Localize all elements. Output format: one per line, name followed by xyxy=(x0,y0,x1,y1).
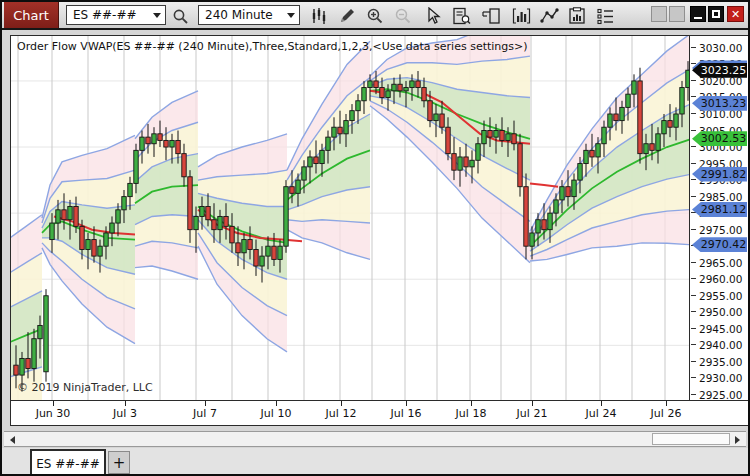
window-type-label: Chart xyxy=(4,2,59,28)
horizontal-scrollbar xyxy=(4,431,746,447)
maximize-icon xyxy=(712,10,720,18)
strategies-icon xyxy=(540,7,559,25)
time-label: Jul 24 xyxy=(586,407,617,420)
data-box-icon xyxy=(452,7,471,25)
time-tick xyxy=(341,401,342,406)
market-analyzer-button[interactable] xyxy=(566,6,588,26)
arrow-left-icon xyxy=(10,436,15,444)
price-tick: 2925.00 xyxy=(691,389,748,400)
instrument-value: ES ##-## xyxy=(73,8,137,22)
instrument-search-button[interactable] xyxy=(169,6,191,26)
strategies-button[interactable] xyxy=(538,6,560,26)
time-tick xyxy=(666,401,667,406)
pencil-icon xyxy=(338,7,356,25)
time-label: Jul 21 xyxy=(517,407,548,420)
indicators-icon xyxy=(512,7,531,25)
close-icon: ✕ xyxy=(731,8,740,21)
toolbar-blank-button-2[interactable] xyxy=(669,6,685,22)
search-icon xyxy=(172,8,189,25)
minimize-icon xyxy=(694,17,702,19)
time-tick xyxy=(532,401,533,406)
chart-window: Chart ES ##-## 240 Minute xyxy=(0,0,750,476)
time-tick xyxy=(205,401,206,406)
price-marker-band-2: 2981.12 xyxy=(692,202,747,217)
chart-plot-area[interactable]: Order Flow VWAP(ES ##-## (240 Minute),Th… xyxy=(11,36,690,400)
time-label: Jul 18 xyxy=(456,407,487,420)
scrollbar-thumb[interactable] xyxy=(652,433,730,445)
time-label: Jul 26 xyxy=(651,407,682,420)
time-tick xyxy=(53,401,54,406)
time-label: Jul 12 xyxy=(326,407,357,420)
maximize-button[interactable] xyxy=(708,6,724,22)
minimize-button[interactable] xyxy=(690,6,706,22)
drawing-tools-button[interactable] xyxy=(336,6,358,26)
candlestick-chart xyxy=(11,36,690,400)
cursor-icon xyxy=(425,7,441,25)
interval-selector[interactable]: 240 Minute xyxy=(198,5,300,25)
price-tick: 2960.00 xyxy=(691,273,748,285)
tab-strip: ES ##-## + xyxy=(2,448,748,476)
time-label: Jul 10 xyxy=(261,407,292,420)
time-tick xyxy=(471,401,472,406)
time-label: Jul 7 xyxy=(193,407,217,420)
chevron-down-icon xyxy=(153,13,161,18)
time-label: Jul 16 xyxy=(391,407,422,420)
price-tick: 2975.00 xyxy=(691,224,748,236)
chart-panel-button[interactable] xyxy=(480,6,502,26)
time-label: Jul 3 xyxy=(113,407,137,420)
price-tick: 2940.00 xyxy=(691,339,748,351)
time-tick xyxy=(406,401,407,406)
instrument-selector[interactable]: ES ##-## xyxy=(66,5,166,25)
chart-panel-icon xyxy=(482,7,501,25)
copyright-text: © 2019 NinjaTrader, LLC xyxy=(17,381,153,394)
price-axis[interactable]: 2925.002930.002935.002940.002945.002950.… xyxy=(691,36,748,400)
data-box-button[interactable] xyxy=(450,6,472,26)
chart-panel: Order Flow VWAP(ES ##-## (240 Minute),Th… xyxy=(10,35,748,426)
price-tick: 2955.00 xyxy=(691,290,748,302)
time-axis[interactable]: Jun 30Jul 3Jul 7Jul 10Jul 12Jul 16Jul 18… xyxy=(11,400,749,425)
properties-button[interactable] xyxy=(594,6,616,26)
indicators-button[interactable] xyxy=(510,6,532,26)
chart-style-button[interactable] xyxy=(308,6,330,26)
price-marker-vwap: 3002.53 xyxy=(692,131,747,146)
chevron-down-icon xyxy=(287,13,295,18)
price-tick: 2930.00 xyxy=(691,372,748,384)
arrow-right-icon xyxy=(735,436,740,444)
add-tab-button[interactable]: + xyxy=(108,451,130,474)
time-tick xyxy=(125,401,126,406)
time-tick xyxy=(601,401,602,406)
title-bar: Chart ES ##-## 240 Minute xyxy=(2,2,748,30)
zoom-out-icon xyxy=(394,7,412,25)
scroll-left-button[interactable] xyxy=(6,433,19,446)
price-tick: 2985.00 xyxy=(691,191,748,203)
tab-es[interactable]: ES ##-## xyxy=(30,449,106,476)
market-analyzer-icon xyxy=(568,7,586,25)
price-tick: 2950.00 xyxy=(691,306,748,318)
price-marker-band-1: 2991.82 xyxy=(692,167,747,182)
price-tick: 2935.00 xyxy=(691,356,748,368)
price-tick: 2965.00 xyxy=(691,257,748,269)
cursor-button[interactable] xyxy=(422,6,444,26)
indicator-label: Order Flow VWAP(ES ##-## (240 Minute),Th… xyxy=(17,40,528,53)
time-label: Jun 30 xyxy=(36,407,71,420)
price-marker-last-price: 3023.25 xyxy=(692,63,747,78)
zoom-in-icon xyxy=(366,7,384,25)
price-marker-band+1: 3013.23 xyxy=(692,96,747,111)
zoom-out-button[interactable] xyxy=(392,6,414,26)
close-button[interactable]: ✕ xyxy=(727,6,744,22)
interval-value: 240 Minute xyxy=(205,8,273,22)
properties-list-icon xyxy=(596,7,615,25)
time-tick xyxy=(276,401,277,406)
price-marker-band-3: 2970.42 xyxy=(692,237,747,252)
toolbar-blank-button-1[interactable] xyxy=(651,6,667,22)
scroll-right-button[interactable] xyxy=(731,433,744,446)
zoom-in-button[interactable] xyxy=(364,6,386,26)
price-tick: 2945.00 xyxy=(691,323,748,335)
price-tick: 3030.00 xyxy=(691,42,748,54)
chart-style-icon xyxy=(310,7,328,25)
